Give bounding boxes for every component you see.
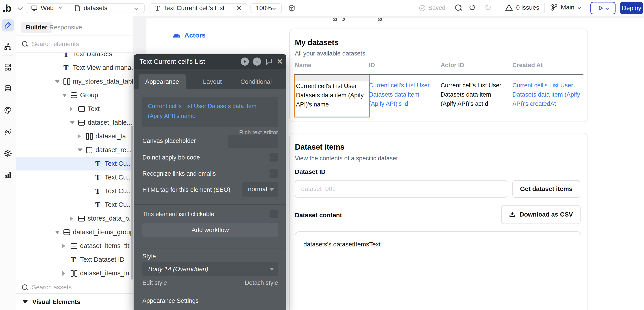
tab-responsive[interactable]: Responsive <box>49 22 82 33</box>
dataset-content-text: datasets's datasetItemsText <box>304 241 381 248</box>
tab-appearance[interactable]: Appearance <box>138 74 186 89</box>
cell-id[interactable]: Current cell's List User Datasets data i… <box>369 81 432 108</box>
style-select[interactable]: Body 14 (Overridden) <box>142 262 278 276</box>
zoom-select[interactable]: 100% <box>250 3 282 13</box>
platform-select[interactable]: Web <box>26 4 70 13</box>
caret-down-icon[interactable] <box>78 148 82 152</box>
tree-item[interactable]: dataset_re... <box>16 143 133 157</box>
tree-item[interactable]: dataset_items_in... <box>16 266 133 280</box>
my-datasets-title: My datasets <box>295 38 338 47</box>
group-element-icon <box>71 92 77 98</box>
logs-tab-item[interactable] <box>2 169 14 181</box>
tree-item[interactable]: dataset_table... <box>16 116 133 129</box>
tree-item[interactable]: TText Cu... <box>16 157 133 171</box>
close-panel-icon[interactable]: ✕ <box>277 57 283 66</box>
issues-indicator[interactable]: 0 issues <box>505 4 539 12</box>
play-icon <box>598 5 604 11</box>
visual-elements-section[interactable]: Visual Elements <box>16 293 133 310</box>
element-tree: TText DatasetsTText View and mana...my_s… <box>16 53 133 281</box>
zoom-level-label: 100% <box>256 5 272 12</box>
tab-layout[interactable]: Layout <box>198 74 227 89</box>
not-clickable-checkbox[interactable] <box>270 210 278 218</box>
preview-chevron-icon <box>605 6 609 10</box>
caret-right-icon[interactable] <box>70 106 73 111</box>
tree-item[interactable]: dataset_ta... <box>16 129 133 143</box>
canvas-placeholder-input[interactable] <box>228 135 278 148</box>
caret-right-icon[interactable] <box>62 271 65 276</box>
dataset-id-input[interactable]: dataset_001 <box>295 180 507 198</box>
text-element-icon: T <box>64 64 68 72</box>
tree-item[interactable]: TText View and mana... <box>16 61 133 75</box>
tree-item-label: stores_data_b... <box>88 215 133 222</box>
page-select[interactable]: datasets <box>70 4 144 13</box>
tree-item[interactable]: TText Cu... <box>16 171 133 184</box>
sidebar-scrollbar[interactable] <box>131 126 133 280</box>
toolbar-separator <box>462 3 463 13</box>
tab-conditional[interactable]: Conditional <box>236 74 276 89</box>
detach-style-link[interactable]: Detach style <box>245 279 278 286</box>
tree-item[interactable]: stores_data_b... <box>16 212 133 225</box>
plugins-tab-item[interactable] <box>2 126 14 138</box>
branch-selector[interactable]: Main <box>550 4 580 11</box>
download-csv-button[interactable]: Download as CSV <box>501 205 580 224</box>
component-cube-icon[interactable] <box>288 4 296 13</box>
element-info-icon[interactable]: i <box>253 58 261 66</box>
redo-icon[interactable]: ↻ <box>484 3 492 13</box>
mode-selector[interactable]: Web datasets <box>26 3 145 13</box>
html-tag-select[interactable]: normal <box>242 182 278 197</box>
elements-sidebar: Builder Responsive Search elements TText… <box>16 16 134 310</box>
caret-down-icon[interactable] <box>62 94 67 97</box>
warning-triangle-icon <box>505 4 513 12</box>
components-tab-item[interactable] <box>2 61 14 73</box>
design-tab-item[interactable] <box>2 19 14 32</box>
edit-style-link[interactable]: Edit style <box>142 279 167 286</box>
property-editor-panel: Text Current cell's List i ✕ Appearance … <box>134 54 286 310</box>
panel-header[interactable]: Text Current cell's List i ✕ <box>134 54 286 69</box>
tree-item[interactable]: my_stores_data_table <box>16 75 133 88</box>
search-elements-field[interactable]: Search elements <box>16 36 133 53</box>
add-workflow-button[interactable]: Add workflow <box>142 223 278 237</box>
close-tab-icon[interactable]: ✕ <box>236 4 242 12</box>
element-tab[interactable]: T Text Current cell's List ✕ <box>150 3 247 13</box>
caret-right-icon[interactable] <box>70 216 73 221</box>
bb-code-checkbox[interactable] <box>270 153 278 162</box>
caret-right-icon[interactable] <box>62 243 65 248</box>
components-icon <box>4 63 12 71</box>
nav-item-actors[interactable]: Actors <box>172 32 206 39</box>
tree-item[interactable]: TText Cu... <box>16 198 133 212</box>
data-tab-item[interactable] <box>2 83 14 95</box>
tree-item[interactable]: Group <box>16 88 133 102</box>
preview-button[interactable] <box>590 2 616 14</box>
caret-down-icon[interactable] <box>55 80 60 83</box>
tree-item[interactable]: dataset_items_title <box>16 239 133 253</box>
element-play-icon[interactable] <box>241 58 249 66</box>
workflow-tab-item[interactable] <box>2 40 14 53</box>
rich-text-input[interactable]: Current cell's List User Datasets data i… <box>142 97 278 127</box>
tree-item[interactable]: Text <box>16 102 133 116</box>
selected-name-cell[interactable]: Current cell's List User Datasets data i… <box>294 75 370 117</box>
styles-tab-item[interactable] <box>2 104 14 116</box>
logo-chevron-icon[interactable] <box>18 5 23 10</box>
tree-item-label: dataset_items_in... <box>80 270 133 277</box>
search-icon[interactable] <box>455 5 462 11</box>
tree-item-label: dataset_items_title <box>80 242 133 250</box>
deploy-button[interactable]: Deploy <box>620 2 643 14</box>
bubble-logo[interactable]: b <box>6 3 12 14</box>
settings-tab-item[interactable] <box>2 147 14 160</box>
tree-item[interactable]: TText Datasets <box>16 53 133 61</box>
tree-item[interactable]: dataset_items_group <box>16 225 133 239</box>
text-element-icon: T <box>95 174 100 181</box>
caret-down-icon[interactable] <box>70 121 75 124</box>
text-element-icon: T <box>64 53 68 58</box>
tree-item[interactable]: TText Dataset ID <box>16 253 133 266</box>
caret-right-icon[interactable] <box>78 134 81 139</box>
caret-down-icon[interactable] <box>55 231 60 234</box>
links-emails-checkbox[interactable] <box>270 169 278 178</box>
comment-icon[interactable] <box>265 58 273 65</box>
search-assets-field[interactable]: Search assets <box>16 281 133 293</box>
tab-builder[interactable]: Builder <box>21 22 52 33</box>
tree-item[interactable]: TText Cu... <box>16 184 133 198</box>
get-dataset-items-button[interactable]: Get dataset items <box>512 180 580 198</box>
cell-created-at[interactable]: Current cell's List User Datasets data i… <box>512 81 586 108</box>
undo-icon[interactable]: ↺ <box>469 3 476 13</box>
